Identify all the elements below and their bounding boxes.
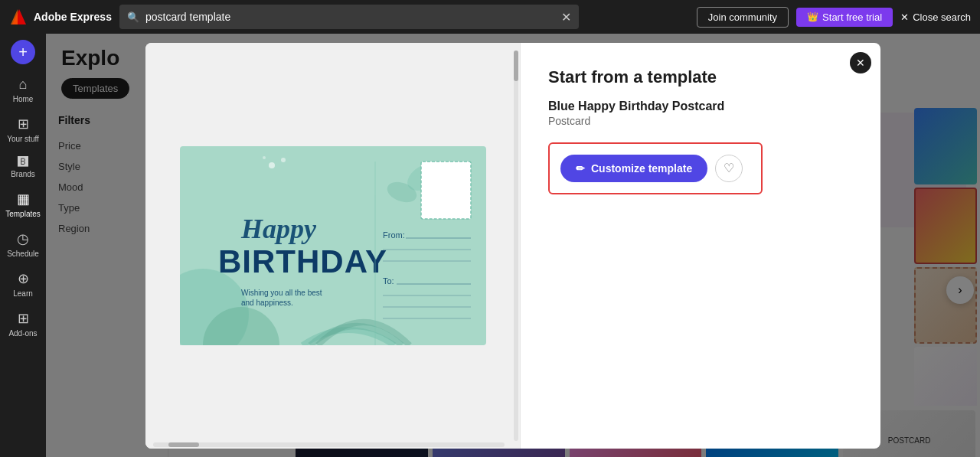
svg-point-8 xyxy=(281,158,286,162)
svg-text:BIRTHDAY: BIRTHDAY xyxy=(218,243,387,279)
sidebar-item-schedule[interactable]: ◷ Schedule xyxy=(2,226,44,263)
svg-text:and happiness.: and happiness. xyxy=(241,299,293,307)
pencil-icon: ✏ xyxy=(576,162,585,175)
addons-icon: ⊞ xyxy=(18,310,29,327)
template-type: Postcard xyxy=(548,115,853,127)
search-icon: 🔍 xyxy=(127,11,139,23)
favorite-button[interactable]: ♡ xyxy=(715,155,743,182)
search-bar[interactable]: 🔍 ✕ xyxy=(119,5,579,29)
clear-search-button[interactable]: ✕ xyxy=(561,10,571,24)
search-input[interactable] xyxy=(145,11,555,23)
template-name: Blue Happy Birthday Postcard xyxy=(548,100,853,113)
adobe-logo-icon xyxy=(9,8,28,26)
sidebar-item-brands[interactable]: 🅱 Brands xyxy=(2,151,44,183)
sidebar-item-learn[interactable]: ⊕ Learn xyxy=(2,266,44,302)
modal-overlay: ✕ xyxy=(46,34,980,457)
create-button[interactable]: + xyxy=(11,40,35,64)
app-name: Adobe Express xyxy=(34,11,112,23)
modal-info-panel: Start from a template Blue Happy Birthda… xyxy=(521,43,880,449)
scrollbar-thumb xyxy=(514,51,518,81)
sidebar: + ⌂ Home ⊞ Your stuff 🅱 Brands ▦ Templat… xyxy=(0,34,46,457)
schedule-icon: ◷ xyxy=(17,230,29,247)
home-icon: ⌂ xyxy=(19,77,28,93)
svg-rect-15 xyxy=(421,162,471,219)
templates-icon: ▦ xyxy=(17,191,30,207)
postcard-preview-image: Happy BIRTHDAY Wishing you all the best … xyxy=(180,146,486,345)
content-area: Explo Templates Filters Price Style Mood… xyxy=(46,34,980,457)
main-layout: + ⌂ Home ⊞ Your stuff 🅱 Brands ▦ Templat… xyxy=(0,34,980,457)
crown-icon: 👑 xyxy=(807,11,818,22)
plus-icon: + xyxy=(18,44,28,61)
topbar-actions: Join community 👑 Start free trial ✕ Clos… xyxy=(697,7,971,28)
learn-icon: ⊕ xyxy=(18,270,29,287)
svg-text:Happy: Happy xyxy=(240,214,317,244)
heart-icon: ♡ xyxy=(724,161,734,175)
sidebar-item-home[interactable]: ⌂ Home xyxy=(2,72,44,108)
topbar: Adobe Express 🔍 ✕ Join community 👑 Start… xyxy=(0,0,980,34)
join-community-button[interactable]: Join community xyxy=(697,7,789,28)
modal-preview-panel: Happy BIRTHDAY Wishing you all the best … xyxy=(145,43,521,449)
horizontal-scrollbar[interactable] xyxy=(153,442,505,447)
sidebar-item-templates[interactable]: ▦ Templates xyxy=(2,186,44,223)
sidebar-item-your-stuff[interactable]: ⊞ Your stuff xyxy=(2,111,44,148)
svg-marker-1 xyxy=(11,9,18,24)
brands-icon: 🅱 xyxy=(18,155,28,168)
start-trial-button[interactable]: 👑 Start free trial xyxy=(796,8,893,27)
modal-title: Start from a template xyxy=(548,67,853,87)
your-stuff-icon: ⊞ xyxy=(18,116,29,132)
modal-close-button[interactable]: ✕ xyxy=(850,52,871,73)
svg-point-7 xyxy=(269,162,275,168)
sidebar-item-addons[interactable]: ⊞ Add-ons xyxy=(2,305,44,342)
vertical-scrollbar[interactable] xyxy=(514,51,518,441)
svg-point-9 xyxy=(263,156,266,159)
close-icon: ✕ xyxy=(900,11,909,23)
close-search-button[interactable]: ✕ Close search xyxy=(900,11,971,23)
customize-template-button[interactable]: ✏ Customize template xyxy=(560,155,707,182)
scrollbar-thumb-h xyxy=(168,442,199,447)
cta-row: ✏ Customize template ♡ xyxy=(548,142,763,194)
app-logo: Adobe Express xyxy=(9,8,112,26)
svg-text:Wishing you all the best: Wishing you all the best xyxy=(241,289,322,297)
svg-text:From:: From: xyxy=(383,230,405,240)
template-modal: ✕ xyxy=(145,43,880,449)
svg-text:To:: To: xyxy=(383,276,394,286)
